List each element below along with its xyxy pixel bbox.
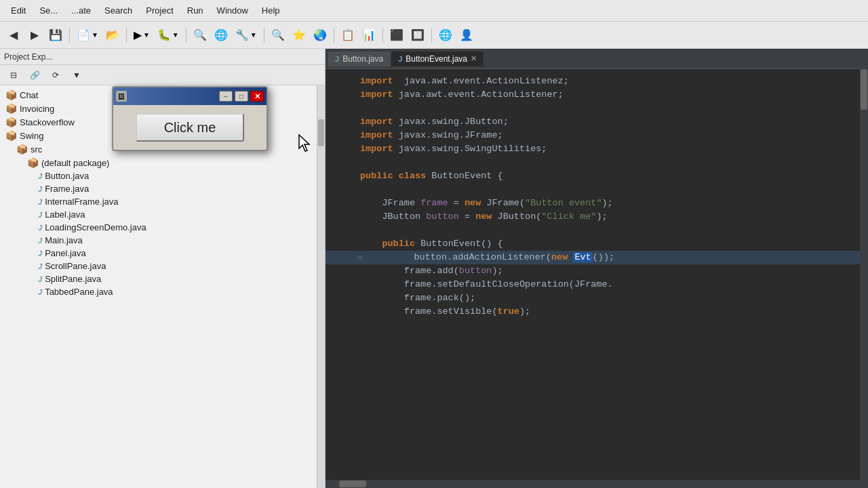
panel-title: Project Exp...	[4, 52, 52, 62]
dialog-body: Click me	[113, 105, 267, 150]
code-line	[326, 102, 860, 115]
click-me-button[interactable]: Click me	[136, 113, 244, 142]
toolbar-btn10[interactable]: 🔲	[408, 26, 427, 45]
code-line: import javax.swing.JButton;	[326, 115, 860, 129]
toolbar-back-button[interactable]: ◀	[4, 26, 23, 45]
toolbar-search2-button[interactable]: 🔍	[269, 26, 288, 45]
toolbar-new-dropdown[interactable]: 📄▼	[74, 27, 101, 43]
code-line: import javax.swing.JFrame;	[326, 129, 860, 142]
code-line	[326, 156, 860, 169]
code-line: import java.awt.event.ActionListenez;	[326, 75, 860, 88]
tab-close-button[interactable]: ✕	[471, 54, 477, 63]
editor-tabs: J Button.java J ButtonEvent.java ✕	[326, 49, 868, 69]
code-line: frame.setDefaultCloseOperation(JFrame.	[326, 278, 860, 291]
menu-item-window[interactable]: Window	[212, 3, 254, 18]
dialog-title-icons: − □ ✕	[219, 91, 264, 102]
bottom-scrollbar[interactable]	[326, 480, 860, 488]
toolbar-open-button[interactable]: 📂	[103, 26, 122, 45]
dialog-window: 🖼 − □ ✕ Click me	[112, 86, 268, 151]
menu-item-source[interactable]: Se...	[34, 3, 63, 18]
tree-item-splitpane-java[interactable]: J SplitPane.java	[0, 272, 325, 285]
right-scrollbar[interactable]	[860, 49, 868, 488]
menu-item-navigate[interactable]: ...ate	[66, 3, 96, 18]
sync-button[interactable]: ⟳	[46, 66, 65, 85]
right-panel: J Button.java J ButtonEvent.java ✕ impor…	[326, 49, 868, 488]
tree-item-tabbedpane-java[interactable]: J TabbedPane.java	[0, 285, 325, 298]
code-line	[326, 183, 860, 197]
dialog-minimize-button[interactable]: −	[219, 91, 233, 102]
code-line: frame.setVisible(true);	[326, 305, 860, 319]
menu-item-edit[interactable]: Edit	[5, 3, 31, 18]
toolbar-earth-button[interactable]: 🌏	[311, 26, 330, 45]
left-scrollbar[interactable]	[317, 85, 325, 488]
code-line	[326, 224, 860, 237]
menu-item-project[interactable]: Project	[140, 3, 178, 18]
toolbar: ◀ ▶ 💾 📄▼ 📂 ▶▼ 🐛▼ 🔍 🌐 🔧▼ 🔍 ⭐ 🌏 📋 📊 ⬛ 🔲 🌐 …	[0, 22, 868, 49]
code-line: public class ButtonEvent {	[326, 169, 860, 183]
menu-bar: Edit Se... ...ate Search Project Run Win…	[0, 0, 868, 22]
toolbar-btn9[interactable]: ⬛	[387, 26, 406, 45]
toolbar-run-dropdown[interactable]: ▶▼	[131, 27, 153, 43]
menu-item-run[interactable]: Run	[182, 3, 209, 18]
toolbar-world-button[interactable]: 🌐	[212, 26, 231, 45]
tree-item-label-java[interactable]: J Label.java	[0, 208, 325, 221]
tree-item-panel-java[interactable]: J Panel.java	[0, 247, 325, 260]
left-panel: Project Exp... ⊟ 🔗 ⟳ ▼ 📦 Chat 📦 Invoicin…	[0, 49, 326, 488]
toolbar-tools-dropdown[interactable]: 🔧▼	[233, 27, 260, 43]
menu-item-search[interactable]: Search	[99, 3, 138, 18]
toolbar-debug-dropdown[interactable]: 🐛▼	[155, 27, 182, 43]
panel-toolbar: ⊟ 🔗 ⟳ ▼	[0, 65, 325, 85]
collapse-all-button[interactable]: ⊟	[4, 66, 23, 85]
main-layout: Project Exp... ⊟ 🔗 ⟳ ▼ 📦 Chat 📦 Invoicin…	[0, 49, 868, 488]
tree-item-scrollpane-java[interactable]: J ScrollPane.java	[0, 260, 325, 272]
collapse-marker[interactable]: ⊖	[356, 251, 365, 264]
code-line: JButton button = new JButton("Click me")…	[326, 210, 860, 224]
link-editor-button[interactable]: 🔗	[25, 66, 44, 85]
tree-item-internalframe-java[interactable]: J InternalFrame.java	[0, 195, 325, 208]
toolbar-btn7[interactable]: 📋	[338, 26, 357, 45]
view-menu-button[interactable]: ▼	[67, 66, 86, 85]
code-editor[interactable]: import java.awt.event.ActionListenez; im…	[326, 69, 868, 488]
tree-item-default-package[interactable]: 📦 (default package)	[0, 156, 325, 169]
code-line-highlighted: ⊖ button.addActionListener(new Evt());	[326, 251, 860, 264]
code-line: frame.add(button);	[326, 264, 860, 278]
code-line: JFrame frame = new JFrame("Button event"…	[326, 197, 860, 210]
tree-item-button-java[interactable]: J Button.java	[0, 169, 325, 182]
tree-item-loadingscreendemo-java[interactable]: J LoadingScreenDemo.java	[0, 221, 325, 234]
tree-item-main-java[interactable]: J Main.java	[0, 234, 325, 247]
toolbar-btn8[interactable]: 📊	[359, 26, 378, 45]
code-line: import javax.swing.SwingUtilities;	[326, 142, 860, 156]
dialog-close-button[interactable]: ✕	[250, 91, 264, 102]
toolbar-btn11[interactable]: 🌐	[436, 26, 455, 45]
tab-buttonevent-java[interactable]: J ButtonEvent.java ✕	[391, 52, 484, 66]
dialog-titlebar: 🖼 − □ ✕	[113, 87, 267, 105]
toolbar-btn12[interactable]: 👤	[457, 26, 476, 45]
dialog-restore-button[interactable]: □	[235, 91, 248, 102]
menu-item-help[interactable]: Help	[256, 3, 285, 18]
dialog-app-icon: 🖼	[116, 91, 127, 102]
code-line: public ButtonEvent() {	[326, 237, 860, 251]
tree-item-frame-java[interactable]: J Frame.java	[0, 182, 325, 195]
code-line: frame.pack();	[326, 291, 860, 305]
tab-button-java[interactable]: J Button.java	[328, 52, 390, 66]
save-button[interactable]: 💾	[46, 26, 65, 45]
toolbar-star-button[interactable]: ⭐	[290, 26, 309, 45]
panel-header: Project Exp...	[0, 49, 325, 65]
code-line: import java.awt.event.ActionListener;	[326, 88, 860, 102]
toolbar-search-button[interactable]: 🔍	[191, 26, 210, 45]
toolbar-forward-button[interactable]: ▶	[25, 26, 44, 45]
